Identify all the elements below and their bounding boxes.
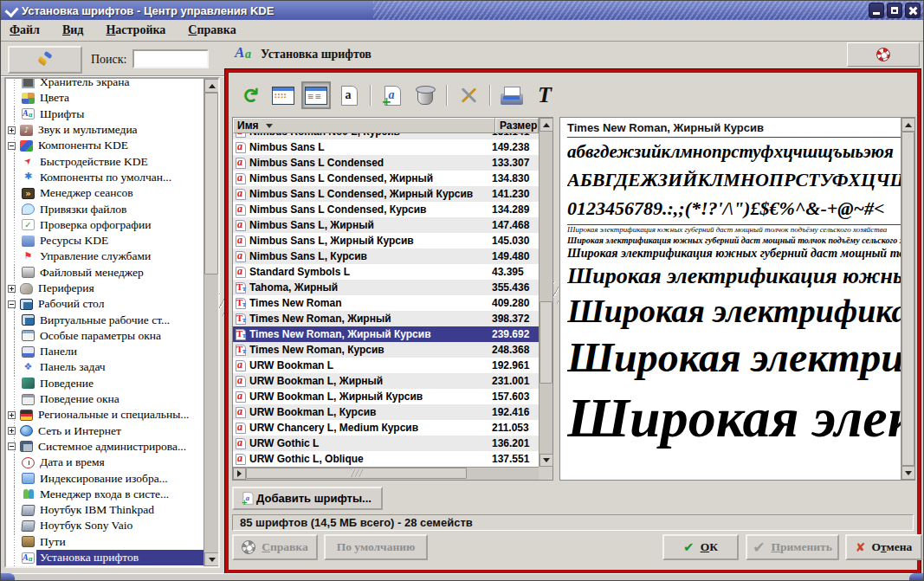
column-header-name[interactable]: Имя bbox=[233, 118, 495, 133]
sidebar-item[interactable]: Звук и мультимедиа bbox=[6, 122, 204, 138]
scrollbar-thumb[interactable] bbox=[540, 301, 552, 384]
apply-button[interactable]: Применить bbox=[746, 534, 839, 560]
collapse-minus-icon[interactable] bbox=[8, 300, 16, 308]
maximize-button[interactable] bbox=[887, 3, 902, 18]
sidebar-item[interactable]: Пути bbox=[6, 534, 204, 550]
column-header-size[interactable]: Размер bbox=[495, 118, 539, 133]
preview-scrollbar[interactable] bbox=[901, 118, 914, 480]
font-list-vscrollbar[interactable] bbox=[539, 118, 552, 467]
close-button[interactable] bbox=[905, 3, 921, 18]
menu-item-Вид[interactable]: Вид bbox=[62, 23, 84, 37]
titlebar[interactable]: Установка шрифтов - Центр управления KDE bbox=[1, 1, 923, 20]
scroll-up-arrow[interactable] bbox=[204, 79, 219, 93]
collapse-minus-icon[interactable] bbox=[8, 142, 16, 150]
add-font-button[interactable] bbox=[378, 81, 407, 109]
font-list-row[interactable]: Nimbus Sans L, Жирный Курсив145.030 bbox=[233, 233, 539, 249]
expand-plus-icon[interactable] bbox=[8, 411, 16, 419]
font-list-row[interactable]: Nimbus Sans L Condensed, Жирный134.830 bbox=[233, 171, 539, 186]
sidebar-item[interactable]: Привязки файлов bbox=[6, 201, 204, 216]
sidebar-item[interactable]: Региональные и специальны... bbox=[6, 407, 204, 423]
sidebar-item[interactable]: Панель задач bbox=[6, 359, 204, 375]
sidebar-item[interactable]: Менеджер входа в систе... bbox=[6, 487, 204, 502]
scroll-right-arrow[interactable] bbox=[233, 468, 246, 480]
sidebar-item[interactable]: Ноутбук Sony Vaio bbox=[6, 518, 204, 533]
configure-button[interactable] bbox=[454, 81, 483, 109]
refresh-button[interactable] bbox=[236, 81, 265, 109]
font-list-row[interactable]: URW Bookman L, Жирный231.001 bbox=[233, 373, 539, 389]
sidebar-item[interactable]: Ноутбук IBM Thinkpad bbox=[6, 502, 204, 518]
font-list-row[interactable]: Nimbus Sans L Condensed133.307 bbox=[233, 155, 539, 171]
clear-search-button[interactable] bbox=[8, 46, 82, 74]
sidebar-item[interactable]: Компоненты KDE bbox=[6, 138, 204, 153]
font-list-row[interactable]: Standard Symbols L43.395 bbox=[233, 264, 539, 280]
font-list-row[interactable]: Nimbus Sans L149.238 bbox=[233, 139, 539, 155]
cancel-button[interactable]: Отмена bbox=[845, 534, 922, 560]
sidebar-item[interactable]: Шрифты bbox=[6, 107, 204, 122]
sidebar-item[interactable]: Дата и время bbox=[6, 455, 204, 470]
ok-button[interactable]: ОК bbox=[662, 534, 739, 560]
expand-plus-icon[interactable] bbox=[8, 126, 16, 134]
font-list-row[interactable]: URW Bookman L192.961 bbox=[233, 358, 539, 373]
preview-text-button[interactable] bbox=[530, 81, 559, 109]
scroll-down-arrow[interactable] bbox=[204, 552, 219, 566]
sidebar-item[interactable]: Особые параметры окна bbox=[6, 328, 204, 344]
font-list-row[interactable]: Nimbus Sans L, Жирный147.468 bbox=[233, 217, 539, 233]
font-list-row[interactable]: Times New Roman, Курсив248.368 bbox=[233, 342, 539, 358]
font-file-button[interactable] bbox=[334, 81, 364, 109]
font-list-row[interactable]: Times New Roman, Жирный398.372 bbox=[233, 311, 539, 326]
collapse-minus-icon[interactable] bbox=[8, 442, 16, 450]
scroll-up-arrow[interactable] bbox=[540, 118, 553, 132]
delete-button[interactable] bbox=[410, 81, 440, 109]
sidebar-item[interactable]: Управление питанием bbox=[6, 565, 204, 566]
font-list-row[interactable]: URW Chancery L, Medium Курсив211.053 bbox=[233, 420, 539, 436]
sidebar-scrollbar[interactable] bbox=[204, 79, 218, 566]
add-fonts-button[interactable]: Добавить шрифты... bbox=[232, 487, 383, 510]
print-button[interactable] bbox=[497, 81, 527, 109]
menu-item-Справка[interactable]: Справка bbox=[188, 23, 236, 37]
menu-item-Файл[interactable]: Файл bbox=[10, 23, 40, 37]
sidebar-item[interactable]: Установка шрифтов bbox=[6, 550, 204, 565]
sidebar-item[interactable]: Быстродействие KDE bbox=[6, 153, 204, 169]
list-view-button[interactable] bbox=[301, 81, 331, 109]
sidebar-item[interactable]: Виртуальные рабочие ст... bbox=[6, 312, 204, 327]
scroll-up-arrow[interactable] bbox=[901, 118, 915, 132]
font-list-row[interactable]: URW Bookman L, Жирный Курсив157.603 bbox=[233, 389, 539, 404]
scrollbar-thumb[interactable] bbox=[204, 93, 218, 274]
expand-plus-icon[interactable] bbox=[8, 285, 16, 293]
font-list-row[interactable]: URW Gothic L, Oblique137.551 bbox=[233, 451, 539, 467]
font-list-row[interactable]: URW Gothic L136.201 bbox=[233, 436, 539, 451]
menu-item-Настройка[interactable]: Настройка bbox=[106, 23, 165, 37]
sidebar-item[interactable]: Компоненты по умолчан... bbox=[6, 170, 204, 185]
icon-view-button[interactable] bbox=[268, 81, 298, 109]
sidebar-item[interactable]: Рабочий стол bbox=[6, 296, 204, 312]
sidebar-item[interactable]: Поведение bbox=[6, 376, 204, 391]
sidebar-item[interactable]: Сеть и Интернет bbox=[6, 423, 204, 439]
font-list-row[interactable]: Times New Roman, Жирный Курсив239.692 bbox=[233, 326, 539, 342]
sidebar-item[interactable]: Системное администрирова... bbox=[6, 439, 204, 455]
font-list-row[interactable]: Nimbus Sans L, Курсив149.480 bbox=[233, 249, 539, 264]
font-list-row[interactable]: Times New Roman409.280 bbox=[233, 295, 539, 311]
search-input[interactable] bbox=[132, 49, 209, 68]
sidebar-item[interactable]: Хранитель экрана bbox=[6, 77, 204, 90]
sidebar-item[interactable]: Менеджер сеансов bbox=[6, 185, 204, 201]
help-button[interactable]: Справка bbox=[232, 534, 318, 560]
sidebar-item[interactable]: Панели bbox=[6, 344, 204, 359]
scroll-down-arrow[interactable] bbox=[901, 466, 915, 480]
font-list-row[interactable]: Nimbus Sans L Condensed, Жирный Курсив14… bbox=[233, 186, 539, 202]
scrollbar-thumb[interactable] bbox=[901, 132, 914, 466]
minimize-button[interactable] bbox=[869, 3, 884, 18]
font-list-row[interactable]: Nimbus Roman No9 L, Курсив151.141 bbox=[233, 133, 539, 139]
scrollbar-thumb[interactable] bbox=[246, 468, 467, 479]
font-list-row[interactable]: Tahoma, Жирный355.436 bbox=[233, 280, 539, 295]
font-list-row[interactable]: URW Bookman L, Курсив192.416 bbox=[233, 404, 539, 420]
sidebar-item[interactable]: Цвета bbox=[6, 90, 204, 106]
list-preview-splitter[interactable] bbox=[553, 117, 559, 481]
module-help-button[interactable] bbox=[847, 42, 920, 67]
sidebar-item[interactable]: Проверка орфографии bbox=[6, 217, 204, 233]
scroll-down-arrow[interactable] bbox=[540, 454, 553, 467]
font-list-row[interactable]: Nimbus Sans L Condensed, Курсив134.289 bbox=[233, 202, 539, 217]
sidebar-item[interactable]: Управление службами bbox=[6, 249, 204, 264]
sidebar-item[interactable]: Файловый менеджер bbox=[6, 265, 204, 281]
sidebar-item[interactable]: Поведение окна bbox=[6, 391, 204, 407]
defaults-button[interactable]: По умолчанию bbox=[324, 534, 428, 560]
